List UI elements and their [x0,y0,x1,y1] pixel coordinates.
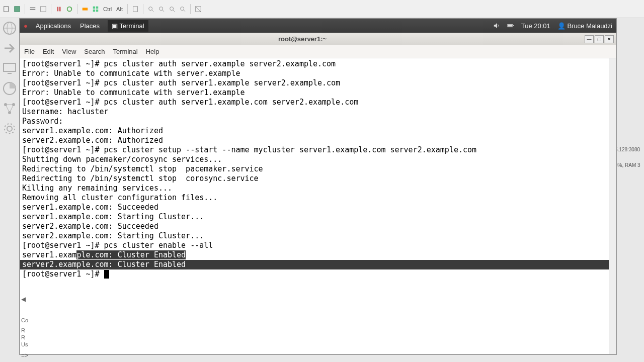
svg-rect-10 [96,6,98,8]
terminal-body[interactable]: [root@server1 ~]# pcs cluster auth serve… [20,58,616,354]
svg-line-21 [184,10,186,12]
network-icon[interactable] [2,101,18,117]
svg-point-37 [5,124,15,134]
term-line: server2.example.com: Starting Cluster... [22,231,614,241]
svg-rect-5 [57,7,59,11]
term-line: server1.example.com: Starting Cluster... [22,212,614,222]
ip-fragment: 5.128:3080 [615,146,644,153]
term-line: Redirecting to /bin/systemctl stop coros… [22,174,614,184]
options-icon[interactable] [28,5,37,14]
battery-icon[interactable] [507,22,514,29]
term-line: [root@server1 ~]# pcs cluster enable --a… [22,241,614,250]
svg-line-34 [6,105,10,113]
underlying-text: Co R R Us [21,317,28,348]
term-line: server1.example.com: Authorized [22,126,614,136]
applications-menu[interactable]: Applications [35,20,72,32]
gnome-top-panel: ● Applications Places ▣ Terminal Tue 20:… [20,19,616,33]
term-line: server2.example.com: Authorized [22,136,614,145]
fullscreen-icon[interactable] [39,5,48,14]
clock[interactable]: Tue 20:01 [521,22,550,30]
term-line: [root@server1 ~]# pcs cluster auth serve… [22,59,614,69]
user-icon: 👤 [557,22,568,30]
term-prompt-line: [root@server1 ~]# [22,269,614,279]
selection-highlight: server2.example.com: Cluster Enabled [20,260,609,269]
svg-rect-9 [93,6,95,8]
zoom-out-icon[interactable] [146,5,155,14]
terminal-menubar: File Edit View Search Terminal Help [20,45,616,58]
arrow-icon[interactable] [2,40,18,56]
svg-point-14 [149,7,152,10]
svg-point-20 [181,7,184,10]
user-menu[interactable]: 👤 Bruce Malaudzi [557,22,612,30]
globe-icon[interactable] [2,20,18,36]
stats-fragment: 0%, RAM 3 [615,161,644,169]
maximize-button[interactable]: ▢ [595,35,604,43]
minimize-button[interactable]: — [585,35,594,43]
winkey-icon[interactable] [91,5,100,14]
svg-line-15 [152,10,154,12]
terminal-title: root@server1:~ [20,35,585,43]
zoom-100-icon[interactable] [157,5,166,14]
scale-icon[interactable] [194,5,203,14]
terminal-icon: ▣ [112,22,119,30]
term-line: server1.example.com: Succeeded [22,203,614,212]
term-line: [root@server1 ~]# pcs cluster auth serve… [22,98,614,107]
svg-rect-6 [59,7,61,11]
term-line-highlighted: server2.example.com: Cluster Enabled [20,260,609,269]
save-icon[interactable] [13,5,22,14]
svg-rect-3 [30,9,36,10]
places-menu[interactable]: Places [79,20,101,32]
term-line: Redirecting to /bin/systemctl stop pacem… [22,164,614,174]
svg-rect-1 [15,6,20,12]
menu-edit[interactable]: Edit [43,48,54,55]
menu-terminal[interactable]: Terminal [113,48,138,55]
svg-line-19 [173,10,175,12]
terminal-titlebar[interactable]: root@server1:~ — ▢ ✕ [20,33,616,45]
refresh-icon[interactable] [65,5,74,14]
svg-rect-13 [133,6,138,12]
term-line: server2.example.com: Succeeded [22,222,614,231]
svg-point-16 [159,7,163,10]
monitor-icon[interactable] [2,60,18,76]
svg-line-17 [163,10,165,12]
menu-help[interactable]: Help [146,48,159,55]
alt-label[interactable]: Alt [115,6,124,12]
menu-view[interactable]: View [62,48,76,55]
scroll-arrow-left[interactable]: ◀ [21,296,26,303]
zoom-in-icon[interactable] [168,5,177,14]
disk-icon[interactable] [2,80,18,97]
underlying-prompt: => [21,352,28,359]
cad-icon[interactable] [80,5,90,14]
zoom-fit-icon[interactable] [178,5,187,14]
svg-point-18 [170,7,174,10]
svg-rect-0 [4,6,9,12]
svg-rect-40 [508,25,512,27]
svg-line-35 [10,105,14,113]
svg-rect-27 [4,63,16,71]
remote-desktop: ● Applications Places ▣ Terminal Tue 20:… [19,18,617,355]
term-line: Username: hacluster [22,107,614,117]
terminal-window: root@server1:~ — ▢ ✕ File Edit View Sear… [20,33,616,354]
svg-rect-12 [96,9,98,11]
pause-icon[interactable] [54,5,63,14]
svg-rect-11 [93,9,95,11]
menu-file[interactable]: File [24,48,35,55]
term-line: Killing any remaining services... [22,184,614,193]
menu-search[interactable]: Search [84,48,105,55]
term-line: Removing all cluster configuration files… [22,193,614,203]
settings-icon[interactable] [2,121,18,137]
new-icon[interactable] [2,5,11,14]
term-line: Shutting down pacemaker/corosync service… [22,155,614,164]
svg-line-23 [196,6,201,12]
svg-rect-8 [83,8,88,10]
terminal-scrollbar[interactable] [609,58,616,354]
vnc-toolbar: Ctrl Alt [0,0,644,18]
term-line: [root@server1 ~]# pcs cluster setup --st… [22,145,614,155]
volume-icon[interactable] [493,22,500,29]
terminal-taskbar-item[interactable]: ▣ Terminal [108,20,148,32]
term-line-highlighted: server1.example.com: Cluster Enabled [22,250,614,260]
close-button[interactable]: ✕ [605,35,614,43]
term-line: Error: Unable to communicate with server… [22,69,614,78]
ctrl-label[interactable]: Ctrl [102,6,113,12]
clipboard-icon[interactable] [131,5,140,14]
